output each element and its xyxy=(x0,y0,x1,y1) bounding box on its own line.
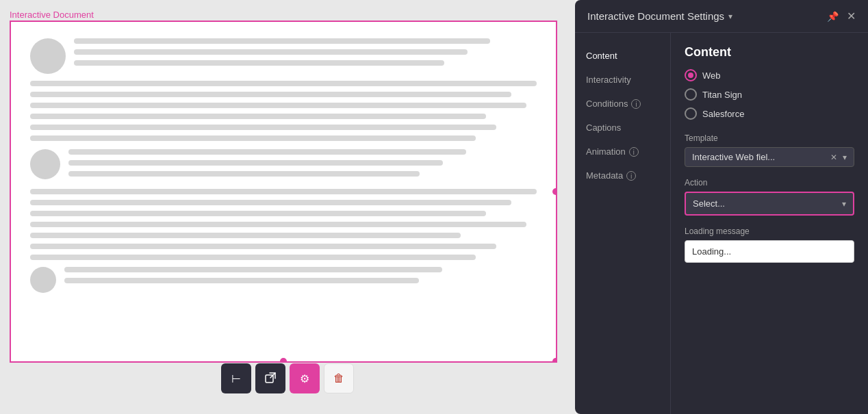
action-label: Action xyxy=(685,178,854,187)
skeleton-line xyxy=(30,92,511,97)
radio-salesforce-label: Salesforce xyxy=(702,109,744,119)
action-placeholder: Select... xyxy=(693,198,842,209)
skeleton-line xyxy=(30,125,496,130)
skeleton-line xyxy=(68,149,466,155)
settings-icon: ⚙ xyxy=(300,372,309,385)
template-value: Interactive Web fiel... xyxy=(692,152,830,162)
panel-content: Content Web Titan Sign Salesforce Templa… xyxy=(671,33,868,414)
canvas-area: Interactive Document xyxy=(0,0,575,414)
skeleton-line xyxy=(74,38,490,44)
loading-input[interactable] xyxy=(685,240,854,263)
pin-icon[interactable]: 📌 xyxy=(827,11,839,22)
trash-icon: 🗑 xyxy=(333,372,344,385)
settings-button[interactable]: ⚙ xyxy=(290,363,320,393)
skeleton-line xyxy=(30,244,496,249)
settings-panel: Interactive Document Settings ▾ 📌 ✕ Cont… xyxy=(575,0,868,414)
sidebar-item-animation[interactable]: Animation i xyxy=(575,140,670,164)
radio-web-circle xyxy=(685,69,697,81)
skeleton-line xyxy=(74,60,444,66)
sidebar-item-interactivity[interactable]: Interactivity xyxy=(575,68,670,92)
radio-titan-sign-label: Titan Sign xyxy=(702,90,742,100)
sidebar-item-content[interactable]: Content xyxy=(575,44,670,68)
skeleton-line xyxy=(30,81,537,86)
metadata-info-icon: i xyxy=(626,171,636,181)
panel-title-text: Interactive Document Settings xyxy=(587,10,724,22)
template-clear-icon[interactable]: ✕ xyxy=(830,153,837,162)
sidebar-item-metadata[interactable]: Metadata i xyxy=(575,164,670,187)
sidebar-item-captions[interactable]: Captions xyxy=(575,116,670,140)
action-chevron-icon: ▾ xyxy=(842,199,846,209)
collapse-icon: ⊢ xyxy=(231,372,241,385)
panel-nav: Content Interactivity Conditions i Capti… xyxy=(575,33,671,414)
radio-titan-sign-circle xyxy=(685,88,697,101)
sidebar-item-conditions[interactable]: Conditions i xyxy=(575,92,670,116)
resize-handle-corner[interactable] xyxy=(552,358,557,363)
avatar-skeleton-2 xyxy=(30,149,60,179)
panel-title: Interactive Document Settings ▾ xyxy=(587,10,732,22)
document-frame xyxy=(10,21,557,363)
bottom-toolbar: ⊢ ⚙ 🗑 xyxy=(221,363,354,393)
delete-button[interactable]: 🗑 xyxy=(324,363,354,393)
skeleton-line xyxy=(30,135,476,141)
loading-label: Loading message xyxy=(685,227,854,236)
nav-metadata-label: Metadata xyxy=(586,170,623,181)
panel-body: Content Interactivity Conditions i Capti… xyxy=(575,33,868,414)
panel-header-icons: 📌 ✕ xyxy=(827,10,856,23)
skeleton-line xyxy=(30,222,526,227)
action-dropdown[interactable]: Select... ▾ xyxy=(685,192,854,216)
radio-web[interactable]: Web xyxy=(685,69,854,81)
avatar-skeleton-3 xyxy=(30,267,56,293)
skeleton-line xyxy=(64,278,419,283)
avatar-skeleton-1 xyxy=(30,38,66,74)
template-dropdown[interactable]: Interactive Web fiel... ✕ ▾ xyxy=(685,147,854,167)
skeleton-line xyxy=(30,255,476,260)
external-icon xyxy=(264,372,277,386)
panel-title-chevron-icon: ▾ xyxy=(728,12,732,21)
skeleton-line xyxy=(30,233,461,238)
nav-captions-label: Captions xyxy=(586,122,621,133)
skeleton-line xyxy=(68,160,443,166)
nav-animation-label: Animation xyxy=(586,146,626,157)
radio-salesforce-circle xyxy=(685,107,697,120)
panel-header: Interactive Document Settings ▾ 📌 ✕ xyxy=(575,0,868,33)
nav-interactivity-label: Interactivity xyxy=(586,75,631,85)
conditions-info-icon: i xyxy=(631,99,641,109)
skeleton-line xyxy=(30,211,486,216)
resize-handle-right[interactable] xyxy=(552,188,557,195)
radio-web-label: Web xyxy=(702,70,721,81)
skeleton-line xyxy=(30,189,537,194)
radio-titan-sign[interactable]: Titan Sign xyxy=(685,88,854,101)
radio-salesforce[interactable]: Salesforce xyxy=(685,107,854,120)
skeleton-line xyxy=(68,171,420,177)
document-label: Interactive Document xyxy=(10,10,94,20)
close-icon[interactable]: ✕ xyxy=(847,10,856,23)
external-button[interactable] xyxy=(255,363,285,393)
content-type-radio-group: Web Titan Sign Salesforce xyxy=(685,69,854,120)
template-chevron-icon: ▾ xyxy=(843,153,847,162)
animation-info-icon: i xyxy=(629,147,639,157)
skeleton-line xyxy=(64,267,442,272)
skeleton-line xyxy=(30,114,486,119)
content-section-title: Content xyxy=(685,45,854,60)
collapse-button[interactable]: ⊢ xyxy=(221,363,251,393)
nav-conditions-label: Conditions xyxy=(586,99,628,109)
template-label: Template xyxy=(685,133,854,143)
skeleton-line xyxy=(74,49,468,55)
resize-handle-bottom[interactable] xyxy=(280,358,287,363)
skeleton-line xyxy=(30,200,511,205)
skeleton-line xyxy=(30,103,526,108)
nav-content-label: Content xyxy=(586,51,617,61)
